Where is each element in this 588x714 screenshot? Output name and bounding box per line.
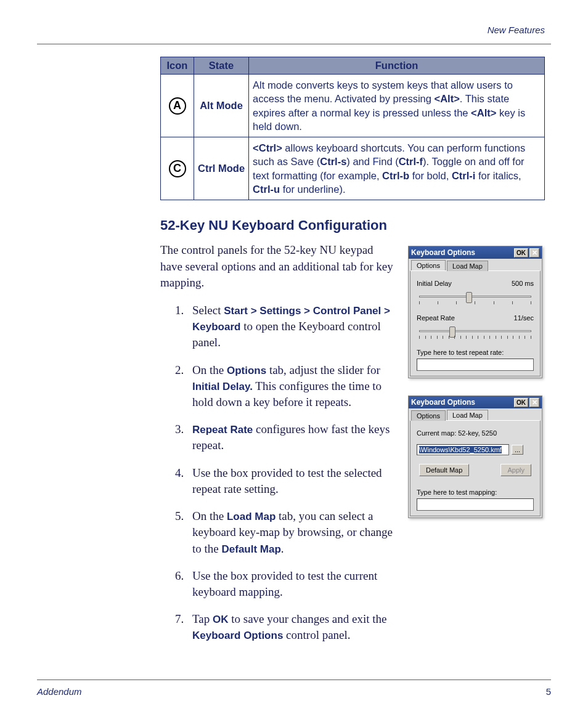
table-row: C Ctrl Mode <Ctrl> allows keyboard short…	[161, 137, 545, 200]
tab-name: Load Map	[227, 511, 276, 522]
page-footer: Addendum 5	[37, 680, 551, 697]
text: .	[281, 542, 284, 555]
ctrl-mode-icon-cell: C	[161, 137, 194, 200]
th-icon: Icon	[161, 57, 194, 75]
screenshots-column: Keyboard Options OK ✕ Options Load Map I…	[408, 242, 545, 518]
initial-delay-row: Initial Delay 500 ms	[417, 280, 534, 287]
tab-load-map[interactable]: Load Map	[447, 261, 488, 271]
alt-mode-icon-cell: A	[161, 75, 194, 137]
field-name: Initial Delay.	[192, 381, 253, 392]
list-item: Repeat Rate configures how fast the keys…	[178, 421, 394, 453]
feature-table: Icon State Function A Alt Mode Alt mode …	[160, 57, 545, 200]
key-ctrl-i: Ctrl-i	[452, 170, 476, 181]
dialog-title: Keyboard Options	[411, 248, 514, 257]
text: to save your changes and exit the	[228, 612, 386, 625]
list-item: On the Load Map tab, you can select a ke…	[178, 508, 394, 557]
button-name: OK	[213, 614, 229, 625]
test-mapping-input[interactable]	[417, 498, 534, 511]
dialog-titlebar: Keyboard Options OK ✕	[409, 246, 542, 259]
initial-delay-value: 500 ms	[512, 280, 534, 287]
repeat-rate-row: Repeat Rate 11/sec	[417, 314, 534, 322]
map-path-value: \Windows\Kbd52_5250.kmf	[419, 446, 502, 453]
panel-name: Keyboard Options	[192, 630, 283, 641]
map-path-row: \Windows\Kbd52_5250.kmf ...	[417, 444, 534, 455]
key-alt: <Alt>	[471, 107, 496, 118]
ctrl-mode-state: Ctrl Mode	[194, 137, 249, 200]
intro-paragraph: The control panels for the 52-key NU key…	[160, 242, 394, 291]
section-heading: 52-Key NU Keyboard Configuration	[160, 217, 545, 233]
steps-list: Select Start > Settings > Control Panel …	[160, 302, 394, 644]
dialog-title: Keyboard Options	[411, 398, 514, 407]
initial-delay-label: Initial Delay	[417, 280, 452, 287]
th-function: Function	[249, 57, 545, 75]
header-rule	[37, 44, 551, 44]
text: for bold,	[409, 170, 452, 181]
close-icon[interactable]: ✕	[529, 248, 539, 258]
map-path-input[interactable]: \Windows\Kbd52_5250.kmf	[417, 444, 509, 455]
alt-mode-state: Alt Mode	[194, 75, 249, 137]
default-map-button[interactable]: Default Map	[419, 464, 469, 476]
ok-button[interactable]: OK	[514, 398, 528, 407]
text: tab, adjust the slider for	[266, 363, 380, 376]
tab-name: Options	[227, 365, 266, 376]
alt-mode-function: Alt mode converts keys to system keys th…	[249, 75, 545, 137]
tab-options[interactable]: Options	[411, 260, 446, 270]
test-repeat-label: Type here to test repeat rate:	[417, 349, 534, 356]
key-ctrl-s: Ctrl-s	[320, 156, 346, 167]
keyboard-options-dialog-1: Keyboard Options OK ✕ Options Load Map I…	[408, 246, 542, 378]
dialog-titlebar: Keyboard Options OK ✕	[409, 396, 542, 408]
text: On the	[192, 363, 227, 376]
text: for underline).	[280, 184, 345, 195]
main-content: Icon State Function A Alt Mode Alt mode …	[37, 57, 551, 655]
test-mapping-label: Type here to test mapping:	[417, 489, 534, 496]
browse-button[interactable]: ...	[512, 445, 523, 455]
repeat-rate-value: 11/sec	[514, 314, 534, 322]
footer-rule	[37, 680, 551, 680]
list-item: Tap OK to save your changes and exit the…	[178, 611, 394, 643]
text-column: The control panels for the 52-key NU key…	[160, 242, 394, 655]
keyboard-options-dialog-2: Keyboard Options OK ✕ Options Load Map C…	[408, 396, 542, 518]
text: Tap	[192, 612, 213, 625]
ctrl-mode-icon: C	[169, 160, 186, 177]
field-name: Repeat Rate	[192, 424, 253, 436]
apply-button[interactable]: Apply	[500, 464, 531, 476]
key-ctrl: <Ctrl>	[253, 142, 282, 153]
list-item: On the Options tab, adjust the slider fo…	[178, 362, 394, 411]
text: Select	[192, 304, 224, 317]
text: Use the box provided to test the current…	[192, 569, 377, 598]
text: ) and Find (	[346, 156, 398, 167]
tab-options[interactable]: Options	[411, 410, 446, 421]
footer-page-number: 5	[546, 686, 551, 697]
two-column-layout: The control panels for the 52-key NU key…	[160, 242, 545, 655]
test-repeat-input[interactable]	[417, 359, 534, 371]
tab-strip: Options Load Map	[409, 259, 542, 270]
initial-delay-slider[interactable]	[417, 291, 534, 304]
key-alt: <Alt>	[435, 93, 460, 104]
table-row: A Alt Mode Alt mode converts keys to sys…	[161, 75, 545, 137]
dialog-body: Current map: 52-key, 5250 \Windows\Kbd52…	[410, 420, 541, 516]
text: On the	[192, 509, 227, 522]
list-item: Use the box provided to test the current…	[178, 568, 394, 600]
text: for italics,	[475, 170, 521, 181]
repeat-rate-slider[interactable]	[417, 325, 534, 339]
alt-mode-icon: A	[169, 97, 186, 115]
tab-strip: Options Load Map	[409, 408, 542, 420]
key-ctrl-f: Ctrl-f	[399, 156, 423, 167]
list-item: Select Start > Settings > Control Panel …	[178, 302, 394, 351]
text: Use the box provided to test the selecte…	[192, 466, 382, 495]
repeat-rate-label: Repeat Rate	[417, 314, 455, 322]
text: control panel.	[283, 628, 350, 641]
tab-load-map[interactable]: Load Map	[447, 410, 488, 420]
page-header-section: New Features	[37, 25, 551, 35]
current-map-label: Current map: 52-key, 5250	[417, 429, 534, 437]
ctrl-mode-function: <Ctrl> allows keyboard shortcuts. You ca…	[249, 137, 545, 200]
button-row: Default Map Apply	[417, 464, 534, 476]
button-name: Default Map	[222, 543, 281, 555]
dialog-body: Initial Delay 500 ms Repeat Rate 11/sec	[410, 270, 541, 376]
list-item: Use the box provided to test the selecte…	[178, 465, 394, 497]
close-icon[interactable]: ✕	[529, 398, 539, 407]
ok-button[interactable]: OK	[514, 248, 528, 258]
th-state: State	[194, 57, 249, 75]
footer-doc-name: Addendum	[37, 686, 82, 697]
key-ctrl-b: Ctrl-b	[382, 170, 409, 181]
